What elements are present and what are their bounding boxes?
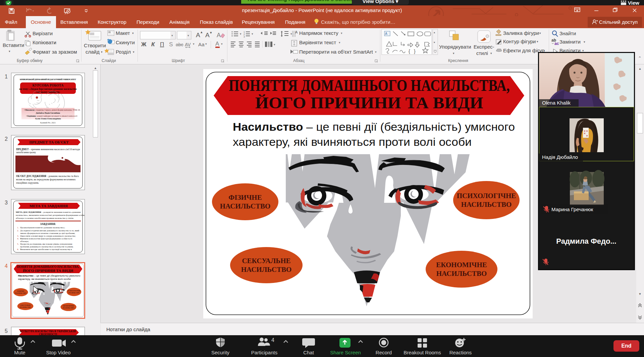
svg-text:▾: ▾	[434, 41, 435, 44]
svg-text:Перетворити на об'єкт SmartArt: Перетворити на об'єкт SmartArt	[299, 49, 373, 55]
svg-text:▴: ▴	[201, 30, 203, 34]
svg-text:▾: ▾	[193, 42, 195, 46]
svg-text:A: A	[295, 30, 298, 34]
svg-text:4.: 4.	[17, 237, 19, 240]
svg-text:▾: ▾	[101, 50, 103, 54]
svg-text:▾: ▾	[240, 32, 241, 36]
svg-text:Абзац: Абзац	[293, 58, 305, 63]
svg-text:Радмила Федо...: Радмила Федо...	[556, 237, 616, 245]
svg-text:Record: Record	[376, 350, 392, 355]
svg-text:▾: ▾	[221, 42, 223, 46]
svg-text:Окреслити основні види та озна: Окреслити основні види та ознаки домашнь…	[20, 235, 76, 237]
svg-text:емоційних порушень: емоційних порушень	[16, 181, 39, 184]
svg-text:▾: ▾	[54, 42, 55, 45]
svg-text:А: А	[205, 32, 210, 39]
svg-text:▾: ▾	[490, 52, 492, 55]
svg-text:Розділ: Розділ	[116, 49, 131, 55]
svg-text:{: {	[409, 49, 410, 54]
svg-text:Mute: Mute	[14, 350, 25, 355]
svg-text:Креслення: Креслення	[448, 58, 468, 63]
svg-text:▾: ▾	[375, 50, 377, 54]
svg-text:Визначити методи запобігання т: Визначити методи запобігання та протидії…	[20, 248, 72, 250]
svg-text:і як цьому запобігти»: і як цьому запобігти»	[36, 91, 60, 94]
svg-text:▾: ▾	[539, 32, 541, 35]
svg-text:Копіювати: Копіювати	[33, 40, 56, 45]
svg-text:▴: ▴	[434, 31, 435, 34]
svg-text:4: 4	[271, 337, 274, 343]
svg-text:▾: ▾	[132, 32, 134, 35]
svg-text:Вирізати: Вирізати	[33, 31, 53, 36]
svg-text:Упорядкувати: Упорядкувати	[439, 44, 471, 50]
svg-text:аб'юзера;: аб'юзера;	[20, 240, 29, 242]
svg-text:▾: ▾	[453, 52, 454, 55]
svg-text:Макет: Макет	[116, 30, 130, 36]
svg-text:Participants: Participants	[251, 350, 277, 355]
svg-text:Ж: Ж	[141, 41, 147, 48]
svg-text:Аа: Аа	[198, 42, 205, 47]
svg-text:слайд: слайд	[86, 49, 100, 55]
svg-text:Замінити: Замінити	[559, 39, 581, 45]
svg-text:▾: ▾	[210, 31, 212, 35]
svg-text:▾: ▾	[274, 43, 275, 46]
svg-text:Breakout Rooms: Breakout Rooms	[404, 350, 441, 355]
svg-text:проблеми домашнього насильства: проблеми домашнього насильства в суспіль…	[20, 245, 73, 248]
svg-text:Створити: Створити	[84, 43, 106, 48]
svg-text:AV: AV	[185, 42, 191, 47]
svg-text:аб'юзера та шляхи запобігання: аб'юзера та шляхи запобігання проявам на…	[16, 217, 74, 219]
svg-text:▾: ▾	[205, 42, 207, 46]
svg-text:5.: 5.	[17, 243, 19, 245]
svg-text:А: А	[215, 41, 219, 47]
svg-text:П: П	[160, 41, 164, 48]
svg-text:Дюбайло Надія Євгеніївна: Дюбайло Надія Євгеніївна	[36, 112, 60, 114]
svg-text:Надія Дюбайло: Надія Дюбайло	[542, 154, 578, 160]
svg-text:ПРЕДМЕТ ТА ОБ'ЄКТ: ПРЕДМЕТ ТА ОБ'ЄКТ	[29, 140, 69, 144]
svg-text:Дослідити історичні витоки дом: Дослідити історичні витоки домашнього на…	[20, 229, 79, 232]
svg-text:3.: 3.	[17, 235, 19, 237]
svg-text:• Виконала: студентка 3 курсу,: • Виконала: студентка 3 курсу, денної фо…	[24, 109, 80, 111]
svg-text:Share Screen: Share Screen	[330, 350, 361, 355]
svg-text:2.: 2.	[17, 229, 19, 232]
svg-text:Марина Гречанюк: Марина Гречанюк	[551, 206, 593, 212]
svg-text:▾: ▾	[252, 32, 253, 36]
svg-text:чином сформувалося латентне ст: чином сформувалося латентне ставлення до…	[20, 232, 75, 234]
svg-text:▾: ▾	[187, 34, 189, 37]
svg-text:1: 1	[244, 31, 245, 33]
svg-text:А: А	[217, 32, 221, 39]
svg-text:Reactions: Reactions	[449, 350, 472, 355]
svg-text:3: 3	[244, 36, 245, 38]
svg-text:вплив на жертв, як передумова: вплив на жертв, як передумова формування…	[16, 178, 76, 181]
svg-text:2: 2	[244, 33, 245, 36]
svg-text:ЗАВДАННЯ:: ЗАВДАННЯ:	[40, 223, 56, 226]
svg-text:Security: Security	[211, 350, 230, 355]
svg-text:Скинути: Скинути	[116, 40, 135, 45]
svg-text:на тему: «Звідки бере витоки д: на тему: «Звідки бере витоки домашнє нас…	[19, 87, 77, 91]
svg-text:Stop Video: Stop Video	[46, 350, 70, 355]
svg-text:ПРЕДМЕТ - причини виникнення н: ПРЕДМЕТ - причини виникнення насилля в с…	[16, 148, 80, 151]
svg-text:Формат за зразком: Формат за зразком	[33, 49, 77, 55]
svg-text:Olena Khalik: Olena Khalik	[542, 100, 571, 106]
svg-text:Вирівняти текст: Вирівняти текст	[299, 40, 336, 45]
svg-text:К: К	[151, 41, 155, 48]
svg-text:▾: ▾	[341, 32, 342, 35]
svg-text:▾: ▾	[290, 32, 292, 36]
svg-text:▾: ▾	[584, 40, 585, 44]
svg-text:ОБ'ЄКТ ДОСЛІДЖЕННЯ - домашнє н: ОБ'ЄКТ ДОСЛІДЖЕННЯ - домашнє насильство …	[16, 175, 79, 178]
svg-text:⌃: ⌃	[638, 56, 642, 61]
svg-text:1.: 1.	[17, 226, 19, 229]
svg-text:Слайди: Слайди	[102, 58, 116, 63]
svg-text:МЕТА ТА ЗАВДАННЯ: МЕТА ТА ЗАВДАННЯ	[30, 204, 68, 208]
svg-text:Шрифт: Шрифт	[172, 58, 185, 63]
svg-text:A: A	[385, 32, 387, 36]
svg-text:▾: ▾	[537, 40, 538, 43]
svg-text:А: А	[196, 32, 200, 39]
svg-text:Буфер обміну: Буфер обміну	[17, 58, 43, 63]
svg-text:ac: ac	[554, 41, 559, 46]
svg-text:6.: 6.	[17, 248, 19, 250]
svg-text:S: S	[169, 41, 173, 48]
svg-text:Вивчити психологічні фактори ф: Вивчити психологічні фактори формування …	[20, 237, 72, 240]
svg-text:Халік Олена Олександрівна: Халік Олена Олександрівна	[35, 118, 61, 120]
svg-text:запобігання цьому: запобігання цьому	[16, 151, 36, 154]
svg-text:abc: abc	[176, 42, 183, 47]
svg-text:КРИВОРІЗЬКИЙ ДЕРЖАВНИЙ ПЕДАГОГ: КРИВОРІЗЬКИЙ ДЕРЖАВНИЙ ПЕДАГОГІЧНИЙ УНІВ…	[20, 78, 76, 80]
svg-text:▾: ▾	[171, 34, 173, 37]
